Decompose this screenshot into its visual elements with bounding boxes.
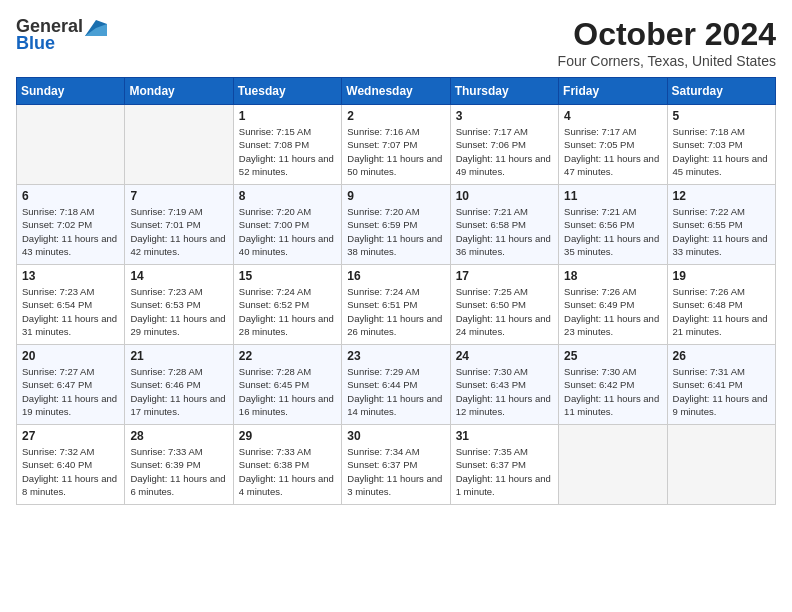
day-number: 28: [130, 429, 227, 443]
cell-info: Sunrise: 7:19 AMSunset: 7:01 PMDaylight:…: [130, 205, 227, 258]
calendar-cell: 20Sunrise: 7:27 AMSunset: 6:47 PMDayligh…: [17, 345, 125, 425]
day-number: 10: [456, 189, 553, 203]
page-header: General Blue October 2024 Four Corners, …: [16, 16, 776, 69]
day-number: 15: [239, 269, 336, 283]
calendar-cell: 29Sunrise: 7:33 AMSunset: 6:38 PMDayligh…: [233, 425, 341, 505]
calendar-cell: 10Sunrise: 7:21 AMSunset: 6:58 PMDayligh…: [450, 185, 558, 265]
cell-info: Sunrise: 7:24 AMSunset: 6:52 PMDaylight:…: [239, 285, 336, 338]
cell-info: Sunrise: 7:21 AMSunset: 6:58 PMDaylight:…: [456, 205, 553, 258]
calendar-cell: 14Sunrise: 7:23 AMSunset: 6:53 PMDayligh…: [125, 265, 233, 345]
cell-info: Sunrise: 7:32 AMSunset: 6:40 PMDaylight:…: [22, 445, 119, 498]
cell-info: Sunrise: 7:35 AMSunset: 6:37 PMDaylight:…: [456, 445, 553, 498]
header-friday: Friday: [559, 78, 667, 105]
calendar-cell: 5Sunrise: 7:18 AMSunset: 7:03 PMDaylight…: [667, 105, 775, 185]
cell-info: Sunrise: 7:20 AMSunset: 7:00 PMDaylight:…: [239, 205, 336, 258]
calendar-cell: 28Sunrise: 7:33 AMSunset: 6:39 PMDayligh…: [125, 425, 233, 505]
cell-info: Sunrise: 7:31 AMSunset: 6:41 PMDaylight:…: [673, 365, 770, 418]
cell-info: Sunrise: 7:18 AMSunset: 7:02 PMDaylight:…: [22, 205, 119, 258]
calendar-cell: 24Sunrise: 7:30 AMSunset: 6:43 PMDayligh…: [450, 345, 558, 425]
day-number: 14: [130, 269, 227, 283]
title-block: October 2024 Four Corners, Texas, United…: [558, 16, 776, 69]
day-number: 11: [564, 189, 661, 203]
calendar-cell: [667, 425, 775, 505]
header-wednesday: Wednesday: [342, 78, 450, 105]
page-title: October 2024: [558, 16, 776, 53]
day-number: 13: [22, 269, 119, 283]
calendar-cell: 22Sunrise: 7:28 AMSunset: 6:45 PMDayligh…: [233, 345, 341, 425]
day-number: 25: [564, 349, 661, 363]
cell-info: Sunrise: 7:17 AMSunset: 7:06 PMDaylight:…: [456, 125, 553, 178]
cell-info: Sunrise: 7:26 AMSunset: 6:49 PMDaylight:…: [564, 285, 661, 338]
cell-info: Sunrise: 7:20 AMSunset: 6:59 PMDaylight:…: [347, 205, 444, 258]
calendar-cell: 1Sunrise: 7:15 AMSunset: 7:08 PMDaylight…: [233, 105, 341, 185]
calendar-cell: [17, 105, 125, 185]
calendar-cell: 17Sunrise: 7:25 AMSunset: 6:50 PMDayligh…: [450, 265, 558, 345]
header-sunday: Sunday: [17, 78, 125, 105]
day-number: 8: [239, 189, 336, 203]
calendar-cell: 12Sunrise: 7:22 AMSunset: 6:55 PMDayligh…: [667, 185, 775, 265]
calendar-cell: 6Sunrise: 7:18 AMSunset: 7:02 PMDaylight…: [17, 185, 125, 265]
calendar-cell: 13Sunrise: 7:23 AMSunset: 6:54 PMDayligh…: [17, 265, 125, 345]
day-number: 26: [673, 349, 770, 363]
cell-info: Sunrise: 7:17 AMSunset: 7:05 PMDaylight:…: [564, 125, 661, 178]
calendar-cell: 26Sunrise: 7:31 AMSunset: 6:41 PMDayligh…: [667, 345, 775, 425]
header-tuesday: Tuesday: [233, 78, 341, 105]
cell-info: Sunrise: 7:29 AMSunset: 6:44 PMDaylight:…: [347, 365, 444, 418]
day-number: 7: [130, 189, 227, 203]
cell-info: Sunrise: 7:30 AMSunset: 6:42 PMDaylight:…: [564, 365, 661, 418]
header-thursday: Thursday: [450, 78, 558, 105]
day-number: 5: [673, 109, 770, 123]
calendar-cell: 21Sunrise: 7:28 AMSunset: 6:46 PMDayligh…: [125, 345, 233, 425]
calendar-cell: 31Sunrise: 7:35 AMSunset: 6:37 PMDayligh…: [450, 425, 558, 505]
calendar-cell: [559, 425, 667, 505]
cell-info: Sunrise: 7:28 AMSunset: 6:46 PMDaylight:…: [130, 365, 227, 418]
cell-info: Sunrise: 7:27 AMSunset: 6:47 PMDaylight:…: [22, 365, 119, 418]
calendar-table: SundayMondayTuesdayWednesdayThursdayFrid…: [16, 77, 776, 505]
calendar-cell: 16Sunrise: 7:24 AMSunset: 6:51 PMDayligh…: [342, 265, 450, 345]
calendar-cell: 18Sunrise: 7:26 AMSunset: 6:49 PMDayligh…: [559, 265, 667, 345]
cell-info: Sunrise: 7:25 AMSunset: 6:50 PMDaylight:…: [456, 285, 553, 338]
calendar-header-row: SundayMondayTuesdayWednesdayThursdayFrid…: [17, 78, 776, 105]
cell-info: Sunrise: 7:24 AMSunset: 6:51 PMDaylight:…: [347, 285, 444, 338]
day-number: 29: [239, 429, 336, 443]
calendar-week-2: 13Sunrise: 7:23 AMSunset: 6:54 PMDayligh…: [17, 265, 776, 345]
page-subtitle: Four Corners, Texas, United States: [558, 53, 776, 69]
calendar-cell: 27Sunrise: 7:32 AMSunset: 6:40 PMDayligh…: [17, 425, 125, 505]
cell-info: Sunrise: 7:22 AMSunset: 6:55 PMDaylight:…: [673, 205, 770, 258]
day-number: 2: [347, 109, 444, 123]
calendar-cell: 7Sunrise: 7:19 AMSunset: 7:01 PMDaylight…: [125, 185, 233, 265]
day-number: 30: [347, 429, 444, 443]
cell-info: Sunrise: 7:33 AMSunset: 6:39 PMDaylight:…: [130, 445, 227, 498]
calendar-cell: 25Sunrise: 7:30 AMSunset: 6:42 PMDayligh…: [559, 345, 667, 425]
day-number: 31: [456, 429, 553, 443]
calendar-cell: 8Sunrise: 7:20 AMSunset: 7:00 PMDaylight…: [233, 185, 341, 265]
day-number: 9: [347, 189, 444, 203]
cell-info: Sunrise: 7:34 AMSunset: 6:37 PMDaylight:…: [347, 445, 444, 498]
calendar-week-0: 1Sunrise: 7:15 AMSunset: 7:08 PMDaylight…: [17, 105, 776, 185]
calendar-cell: 9Sunrise: 7:20 AMSunset: 6:59 PMDaylight…: [342, 185, 450, 265]
day-number: 4: [564, 109, 661, 123]
cell-info: Sunrise: 7:28 AMSunset: 6:45 PMDaylight:…: [239, 365, 336, 418]
cell-info: Sunrise: 7:30 AMSunset: 6:43 PMDaylight:…: [456, 365, 553, 418]
calendar-cell: 19Sunrise: 7:26 AMSunset: 6:48 PMDayligh…: [667, 265, 775, 345]
day-number: 19: [673, 269, 770, 283]
cell-info: Sunrise: 7:21 AMSunset: 6:56 PMDaylight:…: [564, 205, 661, 258]
day-number: 6: [22, 189, 119, 203]
day-number: 27: [22, 429, 119, 443]
header-monday: Monday: [125, 78, 233, 105]
cell-info: Sunrise: 7:23 AMSunset: 6:53 PMDaylight:…: [130, 285, 227, 338]
calendar-cell: 15Sunrise: 7:24 AMSunset: 6:52 PMDayligh…: [233, 265, 341, 345]
calendar-cell: 11Sunrise: 7:21 AMSunset: 6:56 PMDayligh…: [559, 185, 667, 265]
day-number: 18: [564, 269, 661, 283]
calendar-cell: [125, 105, 233, 185]
logo-blue: Blue: [16, 33, 55, 54]
day-number: 23: [347, 349, 444, 363]
calendar-cell: 23Sunrise: 7:29 AMSunset: 6:44 PMDayligh…: [342, 345, 450, 425]
day-number: 24: [456, 349, 553, 363]
day-number: 12: [673, 189, 770, 203]
day-number: 17: [456, 269, 553, 283]
cell-info: Sunrise: 7:18 AMSunset: 7:03 PMDaylight:…: [673, 125, 770, 178]
cell-info: Sunrise: 7:16 AMSunset: 7:07 PMDaylight:…: [347, 125, 444, 178]
header-saturday: Saturday: [667, 78, 775, 105]
day-number: 21: [130, 349, 227, 363]
